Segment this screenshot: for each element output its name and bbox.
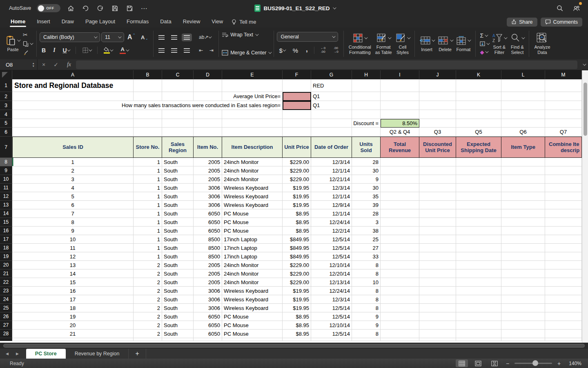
cell-G4[interactable] xyxy=(311,110,352,119)
cell-A19[interactable]: 12 xyxy=(12,252,134,261)
cell-G20[interactable]: 12/10/14 xyxy=(311,261,352,269)
cell-K6-quarter-tag[interactable]: Q5 xyxy=(456,128,501,137)
cell-L28[interactable] xyxy=(501,330,545,338)
cell-G2-tag[interactable]: Q1 xyxy=(311,92,352,101)
row-header-18[interactable]: 18 xyxy=(0,244,12,252)
cell-I21[interactable] xyxy=(381,269,419,278)
table-header-I7[interactable]: Total Revenue xyxy=(381,137,419,158)
cell-A28[interactable]: 21 xyxy=(12,330,134,338)
cell-M1[interactable] xyxy=(545,79,582,92)
cell-L5[interactable] xyxy=(501,119,545,128)
font-size-select[interactable]: 11 xyxy=(101,32,124,42)
table-header-F7[interactable]: Unit Price xyxy=(283,137,311,158)
cell-H16[interactable]: 38 xyxy=(352,227,381,235)
tell-me[interactable]: Tell me xyxy=(231,19,256,25)
cell-B11[interactable]: 1 xyxy=(134,184,162,192)
cell-I24[interactable] xyxy=(381,295,419,304)
cell-E21[interactable]: 24inch Monitor xyxy=(222,269,283,278)
cell-G19[interactable]: 12/5/14 xyxy=(311,252,352,261)
cell-D22[interactable]: 2005 xyxy=(194,278,222,287)
cell-D18[interactable]: 8500 xyxy=(194,244,222,252)
cut-button[interactable]: ✂ xyxy=(22,31,33,39)
cell-G23[interactable]: 12/24/14 xyxy=(311,287,352,295)
row-header-13[interactable]: 13 xyxy=(0,201,12,209)
column-header-E[interactable]: E xyxy=(222,70,283,79)
fill-button[interactable] xyxy=(479,40,490,48)
cancel-icon[interactable]: × xyxy=(38,61,50,68)
cell-J27[interactable] xyxy=(419,321,456,330)
cell-L12[interactable] xyxy=(501,192,545,201)
cell-H28[interactable]: 8 xyxy=(352,330,381,338)
cell-E5[interactable] xyxy=(222,119,283,128)
column-header-I[interactable]: I xyxy=(381,70,419,79)
cell-M21[interactable] xyxy=(545,269,582,278)
autosum-button[interactable]: Σ xyxy=(479,31,490,40)
cell-J20[interactable] xyxy=(419,261,456,269)
cell-J22[interactable] xyxy=(419,278,456,287)
decrease-decimal-button[interactable]: .00→0 xyxy=(331,45,340,56)
cell-G10[interactable]: 12/21/14 xyxy=(311,175,352,184)
cell-F19[interactable]: $849.95 xyxy=(283,252,311,261)
cell-B9[interactable]: 1 xyxy=(134,166,162,175)
cell-J10[interactable] xyxy=(419,175,456,184)
ribbon-tab-page-layout[interactable]: Page Layout xyxy=(80,17,120,27)
cell-D20[interactable]: 2005 xyxy=(194,261,222,269)
cell-H23[interactable]: 8 xyxy=(352,287,381,295)
cell-J11[interactable] xyxy=(419,184,456,192)
cell-I8[interactable] xyxy=(381,158,419,166)
cell-H25[interactable]: 8 xyxy=(352,304,381,312)
cell-F10[interactable]: $229.00 xyxy=(283,175,311,184)
redo-icon[interactable] xyxy=(96,4,105,13)
cell-A10[interactable]: 3 xyxy=(12,175,134,184)
zoom-slider-thumb[interactable] xyxy=(532,360,538,366)
cell-C5[interactable] xyxy=(162,119,194,128)
cell-M4[interactable] xyxy=(545,110,582,119)
cell-A11[interactable]: 4 xyxy=(12,184,134,192)
cell-F5[interactable] xyxy=(283,119,311,128)
cell-B6[interactable] xyxy=(134,128,162,137)
cell-K25[interactable] xyxy=(456,304,501,312)
cell-M3[interactable] xyxy=(545,101,582,110)
table-header-M7[interactable]: Combine Ite descrip xyxy=(545,137,582,158)
cell-G18[interactable]: 12/5/14 xyxy=(311,244,352,252)
cell-D24[interactable]: 3006 xyxy=(194,295,222,304)
cell-M23[interactable] xyxy=(545,287,582,295)
cell-C1[interactable] xyxy=(162,79,194,92)
cell-L10[interactable] xyxy=(501,175,545,184)
cell-F11[interactable]: $19.95 xyxy=(283,184,311,192)
cell-D6[interactable] xyxy=(194,128,222,137)
cell-J3[interactable] xyxy=(419,101,456,110)
cell-G15[interactable]: 12/24/14 xyxy=(311,218,352,227)
cell-H3[interactable] xyxy=(352,101,381,110)
cell-B24[interactable]: 2 xyxy=(134,295,162,304)
cell-J2[interactable] xyxy=(419,92,456,101)
cell-D14[interactable]: 6050 xyxy=(194,209,222,218)
row-header-[interactable] xyxy=(0,338,12,341)
cell-G17[interactable]: 12/5/14 xyxy=(311,235,352,244)
more-commands-icon[interactable]: ⋯ xyxy=(140,4,149,13)
cell-B18[interactable]: 1 xyxy=(134,244,162,252)
cell-J14[interactable] xyxy=(419,209,456,218)
cell-K12[interactable] xyxy=(456,192,501,201)
cell-K10[interactable] xyxy=(456,175,501,184)
cell-L3[interactable] xyxy=(501,101,545,110)
cell-K22[interactable] xyxy=(456,278,501,287)
cell-B21[interactable]: 2 xyxy=(134,269,162,278)
ribbon-tab-review[interactable]: Review xyxy=(178,17,205,27)
cell-F18[interactable]: $849.95 xyxy=(283,244,311,252)
cell-B14[interactable]: 1 xyxy=(134,209,162,218)
row-header-20[interactable]: 20 xyxy=(0,261,12,269)
cell-L25[interactable] xyxy=(501,304,545,312)
align-bottom-button[interactable] xyxy=(182,34,192,41)
cell-L14[interactable] xyxy=(501,209,545,218)
table-header-K7[interactable]: Expected Shipping Date xyxy=(456,137,501,158)
share-button[interactable]: Share xyxy=(507,18,537,27)
cell-F9[interactable]: $229.00 xyxy=(283,166,311,175)
cell-F22[interactable]: $229.00 xyxy=(283,278,311,287)
cell-L19[interactable] xyxy=(501,252,545,261)
cell-G21[interactable]: 12/20/14 xyxy=(311,269,352,278)
cell-H10[interactable]: 9 xyxy=(352,175,381,184)
cell-K4[interactable] xyxy=(456,110,501,119)
select-all-corner[interactable] xyxy=(0,70,12,79)
align-top-button[interactable] xyxy=(156,34,167,41)
